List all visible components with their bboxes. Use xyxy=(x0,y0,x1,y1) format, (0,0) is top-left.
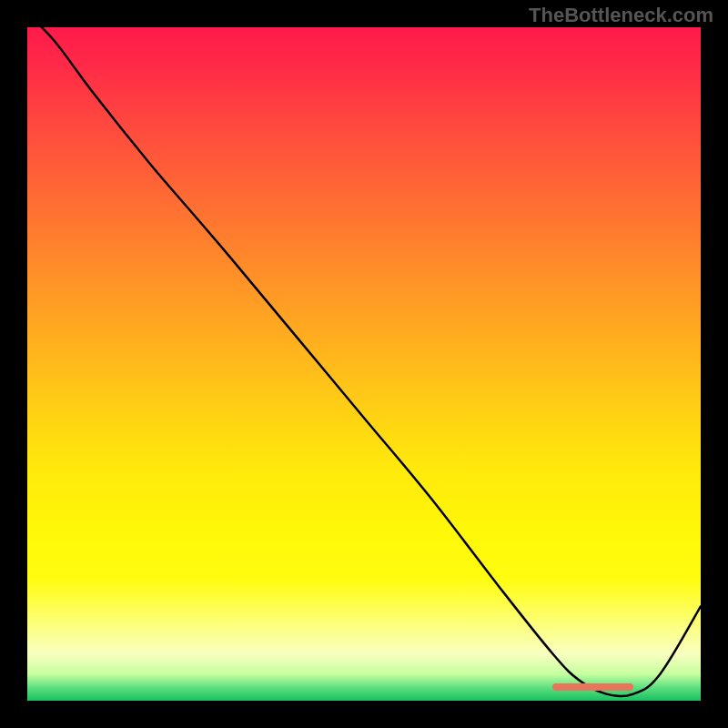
plot-area xyxy=(27,27,701,701)
curve-line xyxy=(27,27,701,696)
chart-svg xyxy=(27,27,701,701)
optimal-range-marker xyxy=(552,683,633,691)
watermark-text: TheBottleneck.com xyxy=(529,4,713,27)
